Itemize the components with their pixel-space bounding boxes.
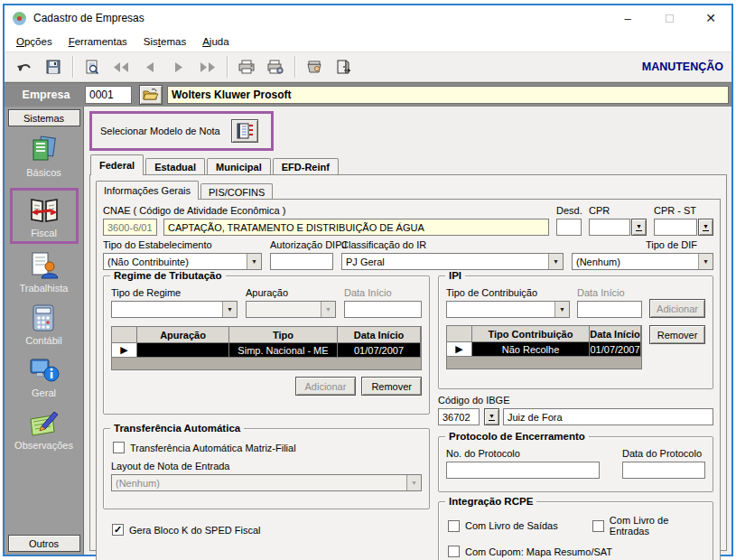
next-record-button[interactable] bbox=[164, 55, 193, 79]
annotation-highlight-select-model: Selecionar Modelo de Nota bbox=[89, 111, 274, 151]
menu-opcoes[interactable]: Opções bbox=[8, 33, 61, 51]
cpr-field[interactable] bbox=[589, 219, 630, 236]
save-icon bbox=[46, 60, 61, 74]
ibge-city-field[interactable]: Juiz de Fora bbox=[503, 408, 713, 425]
sidebar-item-observacoes[interactable]: Observações bbox=[14, 408, 73, 451]
tab-efd-reinf[interactable]: EFD-Reinf bbox=[273, 158, 339, 175]
regime-data-inicio-field[interactable] bbox=[344, 301, 422, 318]
menu-ferramentas[interactable]: Ferramentas bbox=[61, 33, 135, 51]
ibge-label: Código do IBGE bbox=[438, 395, 713, 406]
cupom-sat-checkbox[interactable] bbox=[448, 546, 460, 557]
main-tabs: Federal Estadual Municipal EFD-Reinf bbox=[89, 154, 727, 174]
apuracao-combo[interactable]: ▼ bbox=[246, 301, 336, 318]
post-record-button[interactable] bbox=[300, 55, 329, 79]
cpr-lookup-button[interactable]: ▼ bbox=[631, 219, 647, 236]
annotation-highlight-fiscal: Fiscal bbox=[10, 188, 79, 244]
chevron-down-icon: ▼ bbox=[406, 475, 421, 490]
open-company-button[interactable] bbox=[139, 85, 163, 105]
maximize-button[interactable] bbox=[648, 5, 690, 31]
cnae-code-field[interactable]: 3600-6/01 bbox=[103, 219, 157, 236]
company-name-field[interactable]: Wolters Kluwer Prosoft bbox=[167, 86, 729, 104]
save-button[interactable] bbox=[39, 55, 68, 79]
livro-saidas-label: Com Livro de Saídas bbox=[465, 520, 558, 531]
sidebar-item-label: Fiscal bbox=[31, 228, 57, 238]
select-model-button[interactable] bbox=[231, 119, 258, 143]
checkbox-check-icon: ✓ bbox=[114, 525, 122, 535]
last-record-button[interactable] bbox=[193, 55, 222, 79]
previous-record-button[interactable] bbox=[135, 55, 164, 79]
federal-tab-page: Informações Gerais PIS/COFINS CNAE ( Cód… bbox=[89, 174, 727, 551]
transferencia-group-title: Transferência Automática bbox=[110, 423, 244, 434]
cnae-description-field[interactable]: CAPTAÇÃO, TRATAMENTO E DISTRIBUIÇÃO DE Á… bbox=[163, 219, 549, 236]
informacoes-gerais-page: CNAE ( Código de Atividade Econômica ) 3… bbox=[96, 199, 721, 560]
tipo-dif-label: Tipo de DIF bbox=[572, 239, 713, 250]
first-record-button[interactable] bbox=[107, 55, 135, 79]
regime-remover-button[interactable]: Remover bbox=[361, 377, 422, 396]
data-protocolo-field[interactable] bbox=[622, 462, 705, 479]
ipi-remover-button[interactable]: Remover bbox=[649, 325, 705, 344]
estabelecimento-combo[interactable]: (Não Contribuinte) ▼ bbox=[103, 253, 262, 270]
sidebar-header-sistemas[interactable]: Sistemas bbox=[8, 109, 80, 126]
tipo-contribuicao-combo[interactable]: ▼ bbox=[446, 301, 570, 318]
sidebar-item-trabalhista[interactable]: Trabalhista bbox=[19, 251, 68, 294]
no-protocolo-label: No. do Protocolo bbox=[446, 448, 600, 459]
tipo-dif-combo[interactable]: (Nenhum) ▼ bbox=[572, 253, 713, 270]
dipj-field[interactable] bbox=[270, 253, 333, 270]
cpr-st-field[interactable] bbox=[654, 219, 697, 236]
regime-grid-row-selected[interactable]: ▶ Simp. Nacional - ME 01/07/2007 bbox=[112, 343, 421, 358]
desd-field[interactable] bbox=[556, 219, 582, 236]
ipi-adicionar-button[interactable]: Adicionar bbox=[649, 299, 705, 318]
matriz-filial-checkbox[interactable] bbox=[113, 442, 125, 453]
sidebar-item-contabil[interactable]: Contábil bbox=[25, 303, 61, 346]
undo-button[interactable] bbox=[10, 55, 39, 79]
close-button[interactable]: ✕ bbox=[690, 5, 731, 31]
sidebar-item-fiscal[interactable]: Fiscal bbox=[29, 196, 60, 238]
livro-entradas-label: Com Livro de Entradas bbox=[610, 515, 705, 537]
sidebar-item-geral[interactable]: Geral bbox=[29, 356, 60, 398]
sidebar-item-label: Básicos bbox=[26, 167, 61, 178]
classificacao-ir-combo[interactable]: PJ Geral ▼ bbox=[341, 253, 564, 270]
print-button[interactable] bbox=[232, 55, 261, 79]
contabil-icon bbox=[28, 303, 59, 332]
livro-entradas-checkbox[interactable] bbox=[592, 520, 604, 532]
exit-icon bbox=[336, 60, 350, 74]
print-icon bbox=[238, 60, 255, 74]
cpr-st-lookup-button[interactable]: ▼ bbox=[698, 219, 713, 236]
toolbar-separator bbox=[294, 56, 295, 78]
subtab-informacoes-gerais[interactable]: Informações Gerais bbox=[96, 181, 199, 200]
regime-adicionar-button[interactable]: Adicionar bbox=[295, 377, 357, 396]
livro-saidas-checkbox[interactable] bbox=[448, 520, 460, 532]
tab-federal[interactable]: Federal bbox=[90, 154, 144, 175]
minimize-button[interactable]: – bbox=[607, 5, 648, 31]
sidebar-item-label: Trabalhista bbox=[19, 283, 68, 294]
tab-estadual[interactable]: Estadual bbox=[145, 158, 205, 175]
exit-button[interactable] bbox=[329, 55, 358, 79]
print-config-icon bbox=[267, 60, 284, 74]
print-config-button[interactable] bbox=[261, 55, 290, 79]
company-code-input[interactable]: 0001 bbox=[85, 86, 132, 104]
regime-data-inicio-label: Data Início bbox=[344, 287, 422, 298]
estabelecimento-label: Tipo do Estabelecimento bbox=[103, 239, 262, 250]
post-record-icon bbox=[306, 60, 322, 74]
ibge-code-field[interactable]: 36702 bbox=[438, 408, 480, 425]
classificacao-ir-label: Classificação do IR bbox=[341, 239, 564, 250]
menu-sistemas[interactable]: Sistemas bbox=[135, 33, 194, 51]
chevron-down-icon: ▼ bbox=[247, 254, 261, 269]
tab-municipal[interactable]: Municipal bbox=[207, 158, 271, 175]
rcpe-group: Integração RCPE Com Livro de Saídas Com … bbox=[438, 501, 713, 560]
ibge-lookup-button[interactable]: ▼ bbox=[484, 408, 499, 425]
menu-ajuda[interactable]: Ajuda bbox=[194, 33, 237, 51]
ipi-data-inicio-field[interactable] bbox=[577, 301, 642, 318]
next-record-icon bbox=[172, 61, 185, 73]
ipi-grid-row-selected[interactable]: ▶ Não Recolhe 01/07/2007 bbox=[447, 342, 641, 357]
layout-nota-combo[interactable]: (Nenhum) ▼ bbox=[111, 474, 422, 491]
sidebar-footer-outros[interactable]: Outros bbox=[8, 535, 80, 552]
sidebar-item-basicos[interactable]: Básicos bbox=[26, 135, 61, 178]
preview-button[interactable] bbox=[78, 55, 107, 79]
grid-indicator-header bbox=[447, 326, 472, 342]
no-protocolo-field[interactable] bbox=[446, 462, 600, 479]
bloco-k-checkbox[interactable]: ✓ bbox=[112, 524, 124, 536]
tipo-regime-combo[interactable]: ▼ bbox=[111, 301, 238, 318]
subtab-pis-cofins[interactable]: PIS/COFINS bbox=[200, 183, 273, 200]
close-icon: ✕ bbox=[705, 11, 716, 25]
